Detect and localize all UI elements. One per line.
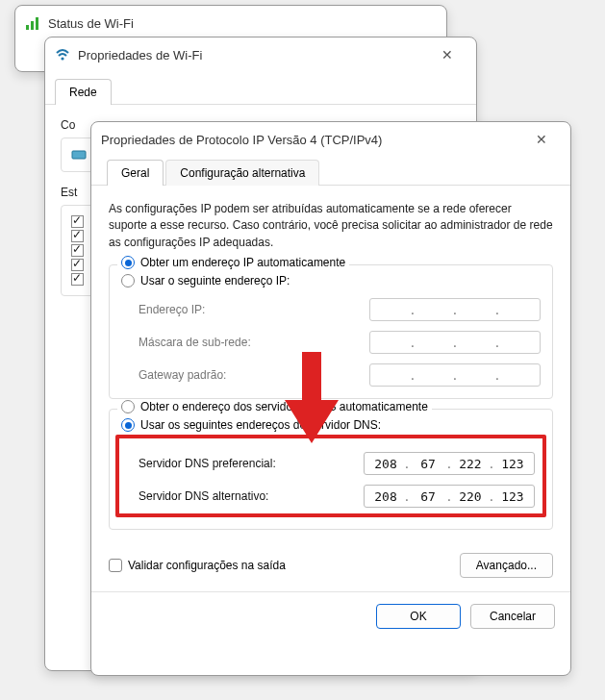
dns-alternate-label: Servidor DNS alternativo: [139, 489, 268, 503]
ip-address-row: Endereço IP: 0.0.0.0 [139, 298, 541, 321]
dns-preferred-input[interactable]: 208. 67. 222. 123 [364, 452, 535, 475]
radio-ip-auto-label: Obter um endereço IP automaticamente [140, 256, 345, 269]
gateway-row: Gateway padrão: 0.0.0.0 [139, 363, 541, 387]
checkbox-icon [71, 215, 84, 228]
radio-dns-manual-label: Usar os seguintes endereços de servidor … [140, 418, 381, 432]
svg-rect-0 [26, 25, 29, 30]
radio-dns-manual[interactable] [121, 418, 135, 432]
tabstrip: Rede [45, 72, 476, 105]
gateway-input: 0.0.0.0 [369, 363, 541, 387]
adapter-icon [71, 147, 87, 162]
tab-panel-general: As configurações IP podem ser atribuídas… [91, 186, 570, 591]
close-icon[interactable]: ✕ [428, 41, 466, 68]
dialog-button-row: OK Cancelar [91, 591, 570, 640]
radio-ip-auto[interactable] [121, 256, 135, 269]
dns-preferred-label: Servidor DNS preferencial: [139, 457, 276, 470]
svg-point-3 [61, 57, 63, 60]
subnet-mask-label: Máscara de sub-rede: [139, 336, 251, 349]
radio-ip-manual-label: Usar o seguinte endereço IP: [140, 274, 290, 288]
checkbox-icon [71, 244, 84, 257]
wifi-signal-icon [25, 15, 40, 31]
dns-fieldset: Obter o endereço dos servidores DNS auto… [109, 409, 553, 530]
window-title: Propriedades de Wi-Fi [78, 48, 428, 62]
svg-rect-2 [36, 17, 38, 30]
tab-rede[interactable]: Rede [55, 79, 112, 105]
window-title: Status de Wi-Fi [48, 16, 437, 31]
close-icon[interactable]: ✕ [522, 126, 561, 153]
dialog-title: Propriedades de Protocolo IP Versão 4 (T… [101, 133, 522, 147]
ip-address-label: Endereço IP: [139, 303, 205, 316]
dns-alternate-input[interactable]: 208. 67. 220. 123 [364, 485, 535, 508]
ip-address-fieldset: Obter um endereço IP automaticamente Usa… [109, 264, 553, 399]
checkbox-icon [71, 230, 84, 242]
dns-preferred-row: Servidor DNS preferencial: 208. 67. 222.… [139, 452, 535, 475]
checkbox-icon [71, 259, 84, 271]
radio-dns-auto-label: Obter o endereço dos servidores DNS auto… [140, 400, 428, 413]
cancel-button[interactable]: Cancelar [470, 604, 555, 629]
svg-rect-1 [31, 21, 34, 30]
ip-address-input: 0.0.0.0 [369, 298, 541, 321]
svg-rect-4 [72, 151, 86, 159]
description-text: As configurações IP podem ser atribuídas… [109, 201, 553, 251]
dialog-ipv4-properties: Propriedades de Protocolo IP Versão 4 (T… [90, 121, 571, 676]
advanced-button[interactable]: Avançado... [460, 553, 553, 578]
titlebar: Status de Wi-Fi [15, 6, 446, 40]
tabstrip: Geral Configuração alternativa [91, 157, 570, 186]
tab-general[interactable]: Geral [107, 160, 164, 186]
radio-dns-auto[interactable] [121, 400, 135, 413]
checkbox-icon [71, 273, 84, 286]
validate-checkbox[interactable] [109, 559, 122, 572]
subnet-mask-row: Máscara de sub-rede: 0.0.0.0 [139, 331, 541, 354]
titlebar: Propriedades de Wi-Fi ✕ [45, 38, 476, 72]
radio-ip-manual[interactable] [121, 274, 135, 288]
ok-button[interactable]: OK [376, 604, 461, 629]
wifi-icon [55, 47, 70, 62]
tab-alternate-config[interactable]: Configuração alternativa [165, 160, 319, 186]
titlebar: Propriedades de Protocolo IP Versão 4 (T… [91, 122, 570, 157]
dns-fields-highlight: Servidor DNS preferencial: 208. 67. 222.… [115, 435, 546, 517]
validate-label: Validar configurações na saída [128, 559, 286, 572]
subnet-mask-input: 0.0.0.0 [369, 331, 541, 354]
gateway-label: Gateway padrão: [139, 368, 226, 382]
dns-alternate-row: Servidor DNS alternativo: 208. 67. 220. … [139, 485, 535, 508]
validate-row: Validar configurações na saída Avançado.… [109, 553, 553, 578]
